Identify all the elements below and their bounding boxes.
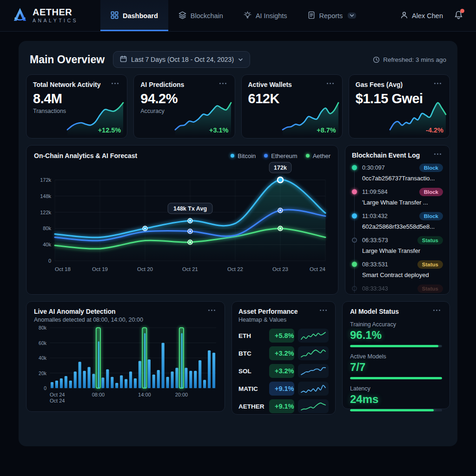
chevron-down-icon [238, 58, 243, 61]
asset-change-cell: +9.1% [269, 382, 294, 396]
log-entry[interactable]: 0:30:097Block 0cc7ab256737Transactio... [352, 164, 443, 182]
progress-bar [350, 409, 434, 411]
date-range-selector[interactable]: Last 7 Days (Oct 18 - Oct 24, 2023) [113, 51, 250, 68]
anomaly-title: Live AI Anomaly Detection [34, 308, 143, 315]
event-dot [352, 213, 357, 218]
log-entry[interactable]: 08:33:343Status [352, 284, 443, 293]
svg-text:172k: 172k [40, 177, 51, 183]
asset-change-cell: +9.1% [269, 399, 294, 413]
nav-tab-blockchain[interactable]: Blockchain [168, 0, 233, 31]
legend-item-bitcoin[interactable]: Bitcoin [231, 152, 256, 159]
event-dot [352, 286, 357, 291]
log-entry[interactable]: 08:33:531Status Smart Contract deployed [352, 260, 443, 278]
legend-item-aether[interactable]: Aether [306, 152, 331, 159]
asset-change-cell: +5.8% [269, 329, 294, 343]
nav-tab-label: Reports [319, 12, 343, 20]
kpi-sublabel: Accuracy [140, 108, 228, 114]
kpi-card-ai-predictions: AI Predictions 94.2% Accuracy +3.1% [133, 74, 235, 139]
ai-model-status-card: AI Model Status Training Accuracy 96.1% … [342, 301, 450, 409]
card-menu-button[interactable] [325, 81, 336, 86]
anomaly-detection-card: Live AI Anomaly Detection Anomalles dete… [26, 301, 225, 412]
user-name: Alex Chen [412, 12, 443, 20]
main-line-chart[interactable]: 040k80k122k148k172kOct 18Oct 19Oct 20Oct… [34, 159, 331, 281]
svg-text:172k: 172k [274, 165, 287, 171]
notification-dot [460, 9, 464, 13]
model-status-title: AI Model Status [350, 308, 399, 315]
main-content: Main Overview Last 7 Days (Oct 18 - Oct … [19, 41, 457, 446]
asset-row: ETH +5.8% [238, 329, 329, 343]
svg-text:Oct 22: Oct 22 [227, 266, 243, 272]
log-entry[interactable]: 06:33:573Status Large Whale Transfer [352, 236, 443, 254]
asset-row: SOL +3.2% [238, 364, 329, 378]
card-menu-button[interactable] [110, 81, 120, 86]
event-badge: Status [417, 284, 443, 293]
kpi-card-gas-fees: Gas Fees (Avg) $1.15 Gwei -4.2% [349, 74, 450, 139]
svg-text:Oct 18: Oct 18 [55, 266, 71, 272]
asset-performance-card: Asset Performance Heatmap & Values ETH +… [231, 301, 336, 415]
kpi-change: -4.2% [426, 126, 443, 134]
event-badge: Block [419, 212, 443, 220]
card-menu-button[interactable] [206, 308, 217, 313]
brand-name: AETHER [33, 7, 78, 17]
card-menu-button[interactable] [318, 308, 329, 313]
svg-text:08:00: 08:00 [92, 392, 105, 397]
asset-sparkline [300, 366, 327, 376]
kpi-title: AI Predictions [140, 81, 184, 88]
progress-bar [350, 377, 442, 379]
card-menu-button[interactable] [432, 152, 443, 157]
kpi-card-active-wallets: Active Wallets 612K +8.7% [241, 74, 343, 139]
asset-sparkline [300, 401, 327, 411]
asset-title: Asset Performance [238, 308, 298, 315]
card-menu-button[interactable] [431, 308, 442, 313]
document-icon [308, 11, 315, 20]
asset-row: BTC +3.2% [238, 346, 329, 360]
asset-row: AETHER +9.1% [238, 399, 329, 413]
chart-title: On-Chain Analytics & AI Forecast [34, 152, 137, 159]
lightbulb-icon [244, 11, 251, 20]
kpi-card-network-activity: Total Network Activity 8.4M Transactions… [26, 74, 127, 139]
event-badge: Status [417, 260, 443, 269]
legend-item-ethereum[interactable]: Ethereum [264, 152, 297, 159]
event-log-list[interactable]: 0:30:097Block 0cc7ab256737Transactio... … [352, 164, 443, 293]
reports-dropdown-chevron[interactable] [348, 13, 356, 19]
nav-tab-reports[interactable]: Reports [298, 0, 367, 31]
nav-tab-label: AI Insights [256, 12, 287, 20]
anomaly-bar-chart[interactable]: 020k40k60k80kOct 24Oct 2408:0014:0020:00 [34, 323, 218, 403]
card-menu-button[interactable] [432, 81, 443, 86]
svg-text:Oct 24: Oct 24 [50, 392, 65, 397]
svg-text:Oct 24: Oct 24 [50, 398, 65, 403]
aether-logo-icon [12, 7, 28, 24]
asset-row: MATIC +9.1% [238, 382, 329, 396]
event-dot [352, 189, 357, 194]
card-menu-button[interactable] [218, 81, 228, 86]
legend-dot [306, 154, 310, 158]
kpi-sublabel: Transactions [33, 108, 120, 114]
kpi-title: Gas Fees (Avg) [356, 81, 403, 88]
layers-icon [178, 11, 186, 20]
nav-tab-dashboard[interactable]: Dashboard [100, 0, 168, 31]
svg-text:60k: 60k [39, 340, 47, 346]
metric-active-models: Active Models 7/7 [350, 353, 442, 379]
legend-dot [264, 154, 268, 158]
brand-logo[interactable]: AETHER ANALYTICS [0, 0, 100, 31]
svg-text:14:00: 14:00 [138, 392, 151, 397]
user-menu[interactable]: Alex Chen [400, 11, 443, 20]
kpi-title: Active Wallets [248, 81, 292, 88]
dashboard-grid-icon [111, 11, 119, 20]
asset-change-cell: +3.2% [269, 364, 294, 378]
metric-training-accuracy: Training Accuracy 96.1% [350, 321, 442, 347]
calendar-icon [120, 55, 127, 64]
log-entry[interactable]: 11:09:584Block 'Large Whale Transfer ... [352, 188, 443, 206]
svg-text:Oct 19: Oct 19 [92, 266, 108, 272]
event-badge: Block [419, 188, 443, 196]
notifications-button[interactable] [454, 10, 463, 21]
svg-text:80k: 80k [43, 225, 51, 231]
refreshed-label: Refreshed: 3 mins ago [383, 56, 446, 63]
nav-tab-label: Blockchain [191, 12, 223, 20]
svg-text:40k: 40k [43, 242, 51, 247]
log-entry[interactable]: 11:03:432Block 602a25868rf33e558d5e8... [352, 212, 443, 230]
asset-sparkline [300, 383, 327, 394]
asset-change-cell: +3.2% [269, 346, 294, 360]
svg-text:Oct 21: Oct 21 [182, 266, 198, 272]
nav-tab-ai-insights[interactable]: AI Insights [233, 0, 298, 31]
